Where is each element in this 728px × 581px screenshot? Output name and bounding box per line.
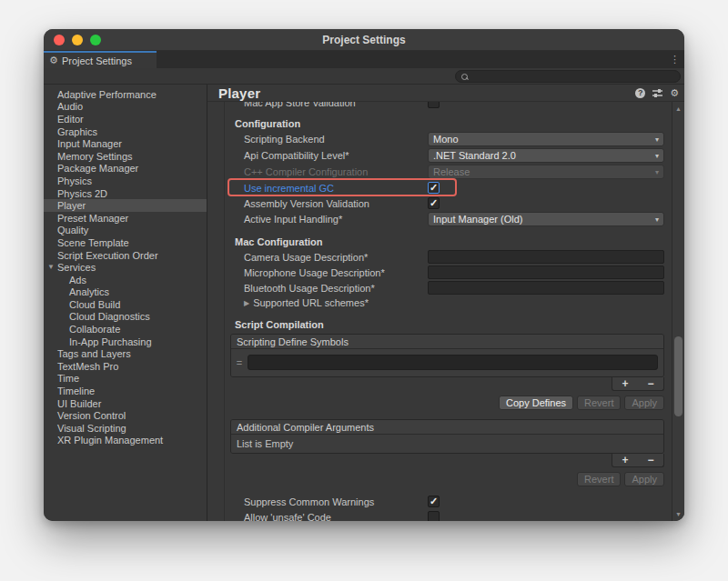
setting-row-scripting-backend: Scripting Backend Mono ▾: [224, 131, 672, 147]
drag-handle-icon[interactable]: =: [233, 357, 246, 368]
scroll-down-icon[interactable]: ▼: [672, 508, 684, 520]
remove-button[interactable]: −: [647, 378, 653, 389]
sidebar-item-services[interactable]: ▼Services: [44, 261, 207, 274]
scrollbar-thumb[interactable]: [674, 336, 682, 416]
sidebar-item-ui-builder[interactable]: UI Builder: [44, 397, 207, 410]
sidebar-item-label: XR Plugin Management: [57, 435, 163, 446]
sidebar-item-label: Audio: [57, 101, 83, 112]
bluetooth-usage-field[interactable]: [428, 281, 664, 295]
sidebar-item-input-manager[interactable]: Input Manager: [44, 137, 207, 150]
sidebar-item-cloud-build[interactable]: Cloud Build: [44, 298, 207, 311]
active-input-handling-dropdown[interactable]: Input Manager (Old) ▾: [428, 212, 664, 226]
sidebar-item-scene-template[interactable]: Scene Template: [44, 236, 207, 249]
sidebar-item-version-control[interactable]: Version Control: [44, 409, 207, 422]
sidebar-item-ads[interactable]: Ads: [44, 274, 207, 286]
settings-gear-icon[interactable]: ⚙: [670, 88, 679, 98]
chevron-down-icon[interactable]: ▼: [47, 263, 55, 271]
help-icon[interactable]: ?: [635, 88, 645, 98]
mac-app-store-validation-checkbox[interactable]: [428, 102, 440, 108]
sidebar-item-package-manager[interactable]: Package Manager: [44, 163, 207, 175]
sidebar-item-quality[interactable]: Quality: [44, 225, 207, 237]
project-settings-window: Project Settings ⚙ Project Settings ⋮ Ad…: [44, 29, 684, 521]
sidebar-item-label: Physics: [57, 175, 92, 186]
microphone-usage-field[interactable]: [428, 265, 664, 279]
sidebar-item-memory-settings[interactable]: Memory Settings: [44, 150, 207, 163]
revert-button: Revert: [577, 396, 621, 410]
sidebar-item-analytics[interactable]: Analytics: [44, 286, 207, 299]
sidebar-item-visual-scripting[interactable]: Visual Scripting: [44, 422, 207, 435]
sidebar-item-in-app-purchasing[interactable]: In-App Purchasing: [44, 336, 207, 348]
sidebar-item-label: Visual Scripting: [57, 423, 126, 434]
suppress-common-warnings-checkbox[interactable]: ✓: [428, 496, 440, 507]
scripting-backend-dropdown[interactable]: Mono ▾: [428, 132, 664, 146]
allow-unsafe-code-checkbox[interactable]: [428, 511, 440, 521]
setting-row-use-incremental-gc: Use incremental GC ✓: [224, 180, 672, 195]
setting-row-cpp-compiler: C++ Compiler Configuration Release ▾: [224, 164, 672, 180]
add-button[interactable]: +: [622, 378, 628, 389]
page-title: Player: [218, 85, 260, 101]
search-box[interactable]: [455, 70, 681, 83]
sidebar-item-label: Version Control: [57, 410, 126, 421]
sidebar-item-collaborate[interactable]: Collaborate: [44, 323, 207, 336]
supported-url-schemes-foldout[interactable]: ▶ Supported URL schemes*: [224, 296, 672, 310]
sidebar-item-label: Input Manager: [57, 138, 122, 149]
sidebar-item-editor[interactable]: Editor: [44, 113, 207, 125]
tab-project-settings[interactable]: ⚙ Project Settings: [44, 51, 157, 68]
setting-row-active-input-handling: Active Input Handling* Input Manager (Ol…: [224, 211, 672, 227]
sidebar-item-label: In-App Purchasing: [69, 336, 152, 347]
sidebar-item-time[interactable]: Time: [44, 373, 207, 386]
use-incremental-gc-checkbox[interactable]: ✓: [428, 182, 440, 194]
sidebar-item-physics[interactable]: Physics: [44, 175, 207, 187]
sidebar-item-tags-and-layers[interactable]: Tags and Layers: [44, 347, 207, 360]
empty-list-label: List is Empty: [231, 435, 663, 453]
sidebar-item-label: Time: [57, 373, 79, 384]
sidebar-item-physics-2d[interactable]: Physics 2D: [44, 187, 207, 200]
presets-icon[interactable]: [652, 88, 663, 98]
chevron-down-icon: ▾: [655, 152, 659, 160]
camera-usage-field[interactable]: [428, 250, 664, 264]
copy-defines-button[interactable]: Copy Defines: [499, 396, 573, 410]
sidebar-item-adaptive-performance[interactable]: Adaptive Performance: [44, 88, 207, 101]
sidebar-item-label: Analytics: [69, 286, 109, 297]
add-button[interactable]: +: [622, 455, 628, 466]
sidebar-item-label: Cloud Diagnostics: [69, 311, 150, 322]
sidebar-item-label: Memory Settings: [57, 151, 133, 162]
apply-button: Apply: [624, 472, 664, 486]
search-input[interactable]: [472, 72, 680, 82]
settings-sidebar: Adaptive PerformanceAudioEditorGraphicsI…: [44, 85, 207, 521]
sidebar-item-player[interactable]: Player: [44, 199, 207, 212]
cpp-compiler-dropdown: Release ▾: [428, 165, 664, 179]
sidebar-item-label: Services: [57, 262, 96, 273]
scroll-up-icon[interactable]: ▲: [672, 103, 684, 115]
tab-bar: ⚙ Project Settings ⋮: [44, 51, 684, 68]
sidebar-item-graphics[interactable]: Graphics: [44, 125, 207, 138]
sidebar-item-script-execution-order[interactable]: Script Execution Order: [44, 249, 207, 262]
section-script-compilation: Script Compilation: [224, 317, 672, 332]
section-configuration: Configuration: [224, 116, 672, 131]
define-symbol-row: =: [231, 349, 663, 376]
define-symbols-list-controls: + −: [612, 377, 664, 391]
sidebar-item-textmesh-pro[interactable]: TextMesh Pro: [44, 360, 207, 373]
sidebar-item-label: Timeline: [57, 386, 95, 396]
api-compatibility-dropdown[interactable]: .NET Standard 2.0 ▾: [428, 148, 664, 163]
tab-menu-icon[interactable]: ⋮: [670, 51, 680, 68]
chevron-down-icon: ▾: [655, 215, 659, 224]
setting-row-bluetooth-usage: Bluetooth Usage Description*: [224, 280, 672, 296]
sidebar-item-preset-manager[interactable]: Preset Manager: [44, 212, 207, 225]
sidebar-item-label: Adaptive Performance: [57, 89, 157, 100]
sidebar-item-audio[interactable]: Audio: [44, 101, 207, 114]
sidebar-item-label: Cloud Build: [69, 299, 120, 310]
sidebar-item-label: TextMesh Pro: [57, 361, 118, 372]
sidebar-item-cloud-diagnostics[interactable]: Cloud Diagnostics: [44, 311, 207, 324]
sidebar-item-label: Physics 2D: [57, 188, 107, 199]
sidebar-item-label: UI Builder: [57, 398, 101, 409]
assembly-version-validation-checkbox[interactable]: ✓: [428, 197, 440, 209]
chevron-down-icon: ▾: [655, 135, 659, 144]
sidebar-item-label: Ads: [69, 275, 86, 285]
tab-label: Project Settings: [62, 55, 132, 66]
remove-button[interactable]: −: [647, 455, 653, 466]
sidebar-item-timeline[interactable]: Timeline: [44, 385, 207, 397]
vertical-scrollbar[interactable]: ▲ ▼: [672, 102, 684, 521]
sidebar-item-xr-plugin-management[interactable]: XR Plugin Management: [44, 435, 207, 447]
define-symbol-input[interactable]: [248, 355, 658, 370]
